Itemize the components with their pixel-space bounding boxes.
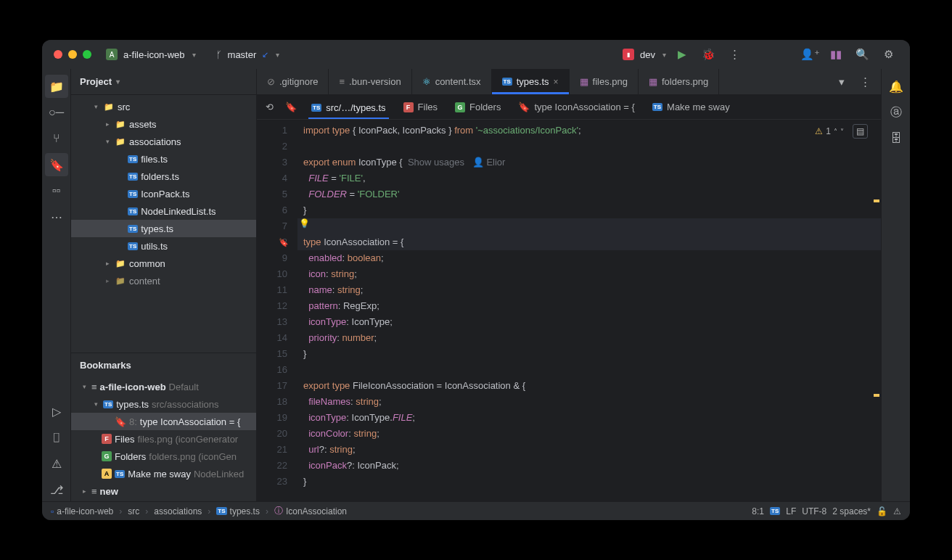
run-config[interactable]: dev: [640, 49, 655, 60]
sync-icon[interactable]: ⟲: [266, 102, 274, 112]
tab-more-icon[interactable]: ⋮: [855, 72, 875, 92]
maximize-window-icon[interactable]: [83, 50, 91, 59]
tab-filespng[interactable]: ▦files.png: [570, 69, 639, 94]
bm-chip-folders[interactable]: GFolders: [452, 99, 504, 115]
left-tool-rail: 📁 ○─ ⑂ 🔖 ▫▫ ⋯ ▷ ⌷ ⚠ ⎇: [42, 69, 71, 501]
tree-file-selected[interactable]: TStypes.ts: [71, 220, 256, 237]
code-content[interactable]: import type { IconPack, IconPacks } from…: [298, 120, 881, 501]
bm-item[interactable]: GFoldersfolders.png (iconGen: [71, 448, 256, 465]
vcs-tool-icon[interactable]: ⎇: [45, 478, 68, 501]
tree-folder-assets[interactable]: ▸📁assets: [71, 115, 256, 133]
tree-file[interactable]: TSfiles.ts: [71, 150, 256, 168]
error-stripe[interactable]: [872, 120, 881, 501]
notifications-icon[interactable]: 🔔: [885, 75, 908, 98]
bookmark-bar: ⟲ 🔖 TSsrc/…/types.ts FFiles GFolders 🔖ty…: [257, 95, 881, 120]
database-icon[interactable]: 🗄: [885, 127, 908, 150]
tree-folder-src[interactable]: ▾📁src: [71, 98, 256, 115]
bookmarks-panel: Bookmarks ▾≡a-file-icon-webDefault ▾TSty…: [71, 353, 256, 501]
project-name[interactable]: a-file-icon-web: [123, 49, 185, 60]
project-tree[interactable]: ▾📁src ▸📁assets ▾📁associations TSfiles.ts…: [71, 95, 256, 353]
run-icon[interactable]: ▶: [672, 44, 692, 65]
chevron-down-icon[interactable]: ▾: [192, 51, 196, 59]
project-header[interactable]: Project ▾: [71, 69, 256, 95]
bm-file[interactable]: ▾TStypes.tssrc/associations: [71, 395, 256, 413]
problems-tool-icon[interactable]: ⚠: [45, 452, 68, 475]
minimize-window-icon[interactable]: [68, 50, 77, 59]
intention-bulb-icon[interactable]: 💡: [299, 218, 310, 228]
tree-folder-common[interactable]: ▸📁common: [71, 255, 256, 272]
bookmarks-tool-icon[interactable]: 🔖: [45, 153, 68, 176]
branch-name[interactable]: master: [228, 49, 257, 60]
commit-tool-icon[interactable]: ○─: [45, 101, 68, 124]
terminal-tool-icon[interactable]: ⌷: [45, 426, 68, 449]
codewithme-icon[interactable]: 👤⁺: [800, 44, 820, 65]
tab-dropdown-icon[interactable]: ▾: [832, 72, 852, 92]
tab-gitignore[interactable]: ⊘.gitignore: [257, 69, 329, 94]
editor-area: ⊘.gitignore ≡.bun-version ⚛content.tsx T…: [257, 69, 881, 501]
debug-icon[interactable]: 🐞: [698, 44, 718, 65]
tree-folder-associations[interactable]: ▾📁associations: [71, 133, 256, 150]
structure-tool-icon[interactable]: ⑂: [45, 127, 68, 150]
tree-file[interactable]: TSfolders.ts: [71, 168, 256, 185]
show-usages-hint[interactable]: Show usages: [408, 157, 464, 168]
incoming-icon[interactable]: ↙: [262, 50, 268, 59]
ts-service-icon[interactable]: TS: [770, 507, 780, 515]
bm-line-selected[interactable]: 🔖8:type IconAssociation = {: [71, 413, 256, 430]
problems-status-icon[interactable]: ⚠: [893, 506, 901, 516]
author-hint[interactable]: Elior: [486, 157, 505, 168]
chevron-down-icon[interactable]: ▾: [276, 51, 279, 59]
file-encoding[interactable]: UTF-8: [802, 506, 826, 516]
run-config-icon: ▮: [623, 49, 634, 60]
bm-chip-current[interactable]: TSsrc/…/types.ts: [308, 99, 389, 119]
vcs-branch-icon[interactable]: ᚶ: [216, 49, 222, 60]
readonly-lock-icon[interactable]: 🔓: [877, 506, 887, 516]
warning-icon: ⚠: [815, 126, 823, 136]
tree-file[interactable]: TSNodeLinkedList.ts: [71, 202, 256, 220]
bm-group[interactable]: ▾≡a-file-icon-webDefault: [71, 378, 256, 395]
editor-tabs: ⊘.gitignore ≡.bun-version ⚛content.tsx T…: [257, 69, 881, 95]
run-tool-icon[interactable]: ▷: [45, 400, 68, 423]
bm-chip-files[interactable]: FFiles: [401, 99, 440, 115]
tab-types-active[interactable]: TStypes.ts×: [492, 69, 570, 94]
tab-content[interactable]: ⚛content.tsx: [412, 69, 492, 94]
ide-window: A a-file-icon-web ▾ ᚶ master ↙ ▾ ▮ dev ▾…: [42, 40, 910, 520]
line-separator[interactable]: LF: [786, 506, 796, 516]
chevron-down-icon[interactable]: ▾: [662, 51, 666, 59]
tab-bunversion[interactable]: ≡.bun-version: [329, 69, 411, 94]
code-editor[interactable]: 12345678🔖91011121314151617181920212223 i…: [257, 120, 881, 501]
ide-update-icon[interactable]: ▮▮: [826, 44, 846, 65]
line-gutter: 12345678🔖91011121314151617181920212223: [257, 120, 298, 501]
bookmark-gutter-icon[interactable]: 🔖: [279, 234, 289, 250]
reader-mode-icon[interactable]: ▤: [853, 124, 868, 139]
window-controls: [54, 50, 91, 59]
bm-item[interactable]: FFilesfiles.png (iconGenerator: [71, 430, 256, 448]
more-tool-icon[interactable]: ⋯: [45, 205, 68, 228]
project-tool-icon[interactable]: 📁: [45, 75, 68, 98]
bm-chip-iconassoc[interactable]: 🔖type IconAssociation = {: [515, 99, 637, 115]
tree-file[interactable]: TSIconPack.ts: [71, 185, 256, 202]
indent-setting[interactable]: 2 spaces*: [832, 506, 871, 516]
bookmark-icon[interactable]: 🔖: [285, 102, 297, 112]
bm-group[interactable]: ▸≡new: [71, 482, 256, 500]
settings-icon[interactable]: ⚙: [878, 44, 898, 65]
search-icon[interactable]: 🔍: [852, 44, 872, 65]
inspection-widget[interactable]: ⚠ 1 ˄˅ ▤: [815, 124, 868, 139]
bm-chip-sway[interactable]: TSMake me sway: [649, 99, 733, 115]
close-tab-icon[interactable]: ×: [554, 77, 559, 87]
breadcrumb[interactable]: ▫a-file-icon-web ›src ›associations ›TSt…: [51, 505, 347, 517]
ai-assistant-icon[interactable]: ⓐ: [885, 101, 908, 124]
bm-item[interactable]: ATSMake me swayNodeLinked: [71, 465, 256, 482]
statusbar: ▫a-file-icon-web ›src ›associations ›TSt…: [42, 501, 910, 520]
close-window-icon[interactable]: [54, 50, 62, 59]
project-sidebar: Project ▾ ▾📁src ▸📁assets ▾📁associations …: [71, 69, 257, 501]
cursor-position[interactable]: 8:1: [752, 506, 764, 516]
services-tool-icon[interactable]: ▫▫: [45, 179, 68, 202]
tree-file[interactable]: TSutils.ts: [71, 237, 256, 255]
tree-folder-content[interactable]: ▸📁content: [71, 272, 256, 289]
bookmarks-tree[interactable]: ▾≡a-file-icon-webDefault ▾TStypes.tssrc/…: [71, 376, 256, 501]
tab-folderspng[interactable]: ▦folders.png: [639, 69, 719, 94]
bookmarks-header[interactable]: Bookmarks: [71, 353, 256, 376]
chevron-down-icon[interactable]: ▾: [116, 78, 120, 86]
more-icon[interactable]: ⋮: [724, 44, 744, 65]
project-badge-icon: A: [106, 49, 118, 60]
